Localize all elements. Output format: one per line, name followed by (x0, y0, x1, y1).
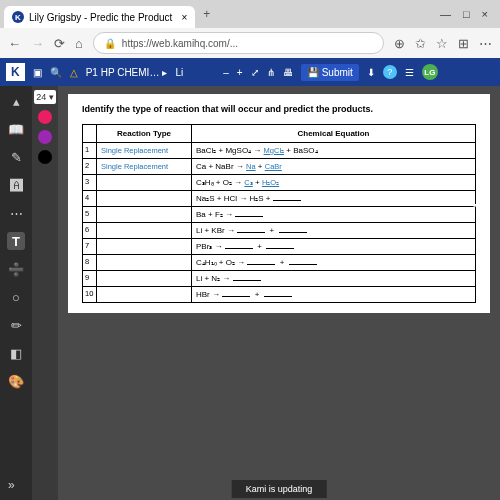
zoom-out[interactable]: – (223, 67, 229, 78)
kami-logo[interactable]: K (6, 63, 25, 81)
table-row: 4Na₂S + HCl → H₂S + (83, 190, 476, 206)
image-tool-icon[interactable]: 🎨 (7, 372, 25, 390)
help-icon[interactable]: ? (383, 65, 397, 79)
font-size-select[interactable]: 24 ▾ (34, 90, 56, 104)
lock-icon: 🔒 (104, 38, 116, 49)
menu-icon[interactable]: ☰ (405, 67, 414, 78)
layout-icon[interactable]: ▣ (33, 67, 42, 78)
nav-forward-icon[interactable]: → (31, 36, 44, 51)
browser-tab[interactable]: K Lily Grigsby - Predic the Product × (4, 6, 195, 28)
window-maximize[interactable]: □ (463, 8, 470, 20)
equation-tool-icon[interactable]: ➗ (7, 260, 25, 278)
table-row: 6Li + KBr → + (83, 222, 476, 238)
element-label[interactable]: Li (175, 67, 183, 78)
tool-options-sidebar: 24 ▾ (32, 86, 58, 500)
search-icon[interactable]: 🔍 (50, 67, 62, 78)
app-menu-icon[interactable]: ⋯ (479, 36, 492, 51)
draw-tool-icon[interactable]: ✏ (7, 316, 25, 334)
color-black[interactable] (38, 150, 52, 164)
status-message: Kami is updating (232, 480, 327, 498)
user-badge[interactable]: LG (422, 64, 438, 80)
tab-title: Lily Grigsby - Predic the Product (29, 12, 172, 23)
comment-tool-icon[interactable]: ⋯ (7, 204, 25, 222)
worksheet-heading: Identify the type of reaction that will … (82, 104, 476, 116)
bookmark-icon[interactable]: ☆ (436, 36, 448, 51)
dictionary-tool-icon[interactable]: 📖 (7, 120, 25, 138)
window-minimize[interactable]: — (440, 8, 451, 20)
tab-close-icon[interactable]: × (181, 12, 187, 23)
table-row: 7PBr₃ → + (83, 238, 476, 254)
fit-icon[interactable]: ⤢ (251, 67, 259, 78)
eraser-tool-icon[interactable]: ◧ (7, 344, 25, 362)
drive-icon[interactable]: △ (70, 67, 78, 78)
reload-icon[interactable]: ⟳ (54, 36, 65, 51)
markup-tool-icon[interactable]: ✎ (7, 148, 25, 166)
table-row: 8C₄H₁₀ + O₂ → + (83, 254, 476, 270)
print-icon[interactable]: 🖶 (283, 67, 293, 78)
worksheet-table: Reaction TypeChemical Equation 1Single R… (82, 124, 476, 303)
document-page: Identify the type of reaction that will … (68, 94, 490, 313)
tool-sidebar: ▴ 📖 ✎ 🅰 ⋯ T ➗ ○ ✏ ◧ 🎨 (0, 86, 32, 500)
doc-title-label: P1 HP CHEMI… ▸ (86, 67, 168, 78)
address-bar: ← → ⟳ ⌂ 🔒 https://web.kamihq.com/... ⊕ ✩… (0, 28, 500, 58)
favorite-icon[interactable]: ✩ (415, 36, 426, 51)
color-purple[interactable] (38, 130, 52, 144)
zoom-in[interactable]: + (237, 67, 243, 78)
color-pink[interactable] (38, 110, 52, 124)
th-reaction-type: Reaction Type (97, 124, 192, 142)
tab-favicon: K (12, 11, 24, 23)
select-tool-icon[interactable]: ▴ (7, 92, 25, 110)
zoom-icon[interactable]: ⊕ (394, 36, 405, 51)
table-row: 1Single ReplacementBaCl₂ + MgSO₄ → MgCl₂… (83, 142, 476, 158)
kami-toolbar: K ▣ 🔍 △ P1 HP CHEMI… ▸ Li – + ⤢ ⋔ 🖶 💾 Su… (0, 58, 500, 86)
browser-titlebar: K Lily Grigsby - Predic the Product × + … (0, 0, 500, 28)
new-tab-button[interactable]: + (203, 7, 210, 21)
share-icon[interactable]: ⋔ (267, 67, 275, 78)
url-text: https://web.kamihq.com/... (122, 38, 238, 49)
home-icon[interactable]: ⌂ (75, 36, 83, 51)
table-row: 3C₃H₈ + O₂ → C₃ + H₂O₂ (83, 174, 476, 190)
table-row: 5Ba + F₂ → (83, 206, 476, 222)
window-close[interactable]: × (482, 8, 488, 20)
submit-button[interactable]: 💾 Submit (301, 64, 359, 81)
table-row: 9Li + N₂ → (83, 270, 476, 286)
expand-sidebar-icon[interactable]: » (8, 478, 15, 492)
document-viewport[interactable]: Identify the type of reaction that will … (58, 86, 500, 500)
th-chemical-equation: Chemical Equation (192, 124, 476, 142)
url-input[interactable]: 🔒 https://web.kamihq.com/... (93, 32, 384, 54)
table-row: 2Single ReplacementCa + NaBr → Na + CaBr (83, 158, 476, 174)
mouse-cursor-icon: ↖ (472, 200, 482, 214)
highlight-tool-icon[interactable]: 🅰 (7, 176, 25, 194)
text-tool-icon[interactable]: T (7, 232, 25, 250)
table-row: 10HBr → + (83, 286, 476, 302)
shape-tool-icon[interactable]: ○ (7, 288, 25, 306)
extensions-icon[interactable]: ⊞ (458, 36, 469, 51)
nav-back-icon[interactable]: ← (8, 36, 21, 51)
download-icon[interactable]: ⬇ (367, 67, 375, 78)
